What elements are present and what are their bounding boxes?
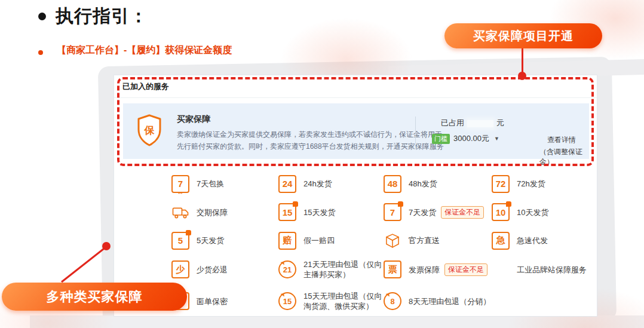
service-item-industrial-brand-site-service[interactable]: 工业品牌站保障服务 [492,255,591,284]
page-title: 执行指引： [56,4,148,29]
service-label: 15天无理由包退（仅向淘货源、微供买家） [303,291,384,311]
48h-ship-icon: 48 [384,175,401,193]
service-item-5day-ship[interactable]: 55天发货 [171,226,278,255]
24h-ship-icon: 24 [278,175,296,193]
threshold-row[interactable]: 门槛 3000.00元 ▼ [432,133,499,144]
callout-multi-buyer-protection: 多种类买家保障 [2,283,187,311]
service-label: 15天发货 [303,207,335,217]
callout-connector-dot [518,72,526,80]
10day-ship-icon: 10 [492,203,510,221]
21day-no-reason-return-icon: 21 [278,260,296,278]
service-label: 21天无理由包退（仅向主播邦买家） [303,259,384,280]
view-details-note: （含调整保证金） [539,147,589,167]
8day-no-reason-return-icon: 8 [384,292,401,310]
insufficient-deposit-badge: 保证金不足 [444,263,487,276]
15day-ship-icon: 15 [278,203,296,221]
protection-description: 卖家缴纳保证金为买家提供交易保障，若卖家发生违约或不诚信行为，保证金将用于 先行… [177,128,464,152]
official-delivery-box-icon [384,232,401,250]
service-label: 假一赔四 [303,235,335,246]
insufficient-deposit-badge: 保证金不足 [441,206,484,219]
service-item-15day-ship[interactable]: 1515天发货 [278,198,384,226]
protection-title: 买家保障 [177,114,210,125]
invoice-guarantee-icon: 票 [384,260,401,278]
callout-connector-line [522,48,523,75]
svg-text:保: 保 [144,125,155,136]
service-item-48h-ship[interactable]: 4848h发货 [384,170,492,198]
service-item-shortage-refund[interactable]: 少少货必退 [171,255,278,284]
buyer-protection-card: 保 买家保障 卖家缴纳保证金为买家提供交易保障，若卖家发生违约或不诚信行为，保证… [123,103,589,159]
service-label: 24h发货 [303,179,332,189]
express-dispatch-icon: 急 [492,232,510,250]
service-item-invoice-guarantee[interactable]: 票发票保障保证金不足 [384,255,492,284]
view-details-link[interactable]: 查看详情 [547,135,576,145]
callout-buyer-protection-opened: 买家保障项目开通 [444,23,602,48]
service-item-waybill-privacy[interactable]: 面单保密 [171,284,278,318]
service-item-21day-no-reason-return[interactable]: 2121天无理由包退（仅向主播邦买家） [278,255,384,284]
occupied-amount: 已占用元 [441,118,504,128]
threshold-tag: 门槛 [432,134,450,144]
redacted-amount [467,120,493,127]
72h-ship-icon: 72 [492,175,510,193]
no-icon-spacer [492,260,510,278]
7day-exchange-icon: 7↔ [171,175,189,193]
service-label: 5天发货 [197,235,224,246]
slide: 执行指引： 【商家工作台】-【履约】获得保证金额度 买家保障项目开通 已加入的服… [0,0,644,328]
service-label: 急速代发 [517,235,548,246]
service-label: 发票保障 [409,265,440,275]
services-grid: 7↔7天包换2424h发货4848h发货7272h发货交期保障1515天发货77… [171,170,593,318]
subtitle: 【商家工作台】-【履约】获得保证金额度 [57,44,232,57]
delivery-truck-icon [171,203,189,221]
service-item-8day-no-reason-return[interactable]: 88天无理由包退（分销） [384,284,492,318]
service-item-express-dispatch[interactable]: 急急速代发 [492,226,591,255]
joined-services-panel: 已加入的服务 保 买家保障 卖家缴纳保证金为买家提供交易保障，若卖家发生违约或不… [114,75,597,317]
service-label: 8天无理由包退（分销） [409,296,490,306]
service-item-10day-ship[interactable]: 1010天发货 [492,198,591,226]
service-item-72h-ship[interactable]: 7272h发货 [492,170,591,198]
title-bullet-icon [38,13,46,20]
15day-no-reason-return-icon: 15 [278,292,296,310]
service-item-24h-ship[interactable]: 2424h发货 [278,170,384,198]
service-label: 工业品牌站保障服务 [517,265,587,275]
service-label: 7天发货 [409,207,436,217]
service-label: 交期保障 [197,207,228,217]
callout-connector-line [57,240,116,288]
threshold-value: 3000.00元 [453,133,489,144]
service-label: 少货必退 [197,265,228,275]
service-label: 7天包换 [197,179,224,189]
service-item-fake-one-pay-four[interactable]: 赔假一赔四 [278,226,384,255]
fake-one-pay-four-icon: 赔 [278,232,296,250]
service-label: 48h发货 [409,179,437,189]
header-separator [114,97,597,98]
panel-header: 已加入的服务 [122,81,169,92]
vertical-divider [415,117,416,149]
shortage-refund-icon: 少 [171,260,189,278]
service-label: 官方直送 [409,235,440,246]
service-item-delivery-truck[interactable]: 交期保障 [171,198,278,226]
5day-ship-icon: 5 [171,232,189,250]
service-item-15day-no-reason-return[interactable]: 1515天无理由包退（仅向淘货源、微供买家） [278,284,384,318]
service-item-7day-exchange[interactable]: 7↔7天包换 [171,170,278,198]
subtitle-bullet-icon [38,50,43,55]
service-label: 10天发货 [517,207,548,217]
service-item-official-delivery-box[interactable]: 官方直送 [384,226,492,255]
service-label: 面单保密 [197,296,228,306]
7day-ship-icon: 7 [384,203,401,221]
service-item-7day-ship[interactable]: 77天发货保证金不足 [384,198,492,226]
chevron-down-icon[interactable]: ▼ [494,136,499,142]
shield-bao-icon: 保 [136,114,162,147]
service-label: 72h发货 [517,179,545,189]
